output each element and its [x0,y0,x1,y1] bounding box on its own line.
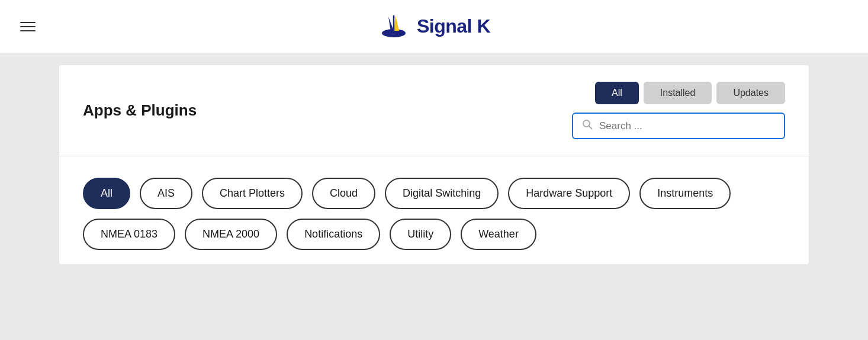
category-chip-hardware-support[interactable]: Hardware Support [508,178,630,209]
hamburger-button[interactable] [17,18,39,35]
page-title: Apps & Plugins [83,101,197,120]
filter-right: All Installed Updates [572,82,785,139]
tab-buttons: All Installed Updates [595,82,785,104]
hamburger-line-1 [20,22,36,23]
category-section: All AIS Chart Plotters Cloud Digital Swi… [59,156,809,264]
category-chip-notifications[interactable]: Notifications [287,219,380,250]
category-chip-weather[interactable]: Weather [461,219,536,250]
svg-line-3 [589,126,592,129]
category-chip-ais[interactable]: AIS [140,178,192,209]
category-chip-all[interactable]: All [83,178,130,209]
hamburger-line-3 [20,30,36,31]
main-content: Apps & Plugins All Installed Updates [0,53,868,276]
category-chip-chart-plotters[interactable]: Chart Plotters [202,178,303,209]
category-chip-utility[interactable]: Utility [390,219,451,250]
app-header: Signal K [0,0,868,53]
category-chip-nmea-2000[interactable]: NMEA 2000 [185,219,277,250]
search-icon [581,118,593,133]
hamburger-line-2 [20,26,36,27]
tab-installed[interactable]: Installed [644,82,712,104]
logo-icon [378,11,410,43]
logo-text: Signal K [417,15,490,37]
filter-bar: Apps & Plugins All Installed Updates [59,65,809,156]
category-chip-nmea-0183[interactable]: NMEA 0183 [83,219,175,250]
category-chip-instruments[interactable]: Instruments [639,178,731,209]
search-box [572,113,785,139]
search-input[interactable] [599,120,776,132]
content-card: Apps & Plugins All Installed Updates [59,65,809,264]
category-chip-digital-switching[interactable]: Digital Switching [385,178,499,209]
logo-area: Signal K [378,11,490,43]
tab-all[interactable]: All [595,82,639,104]
tab-updates[interactable]: Updates [716,82,785,104]
category-chip-cloud[interactable]: Cloud [312,178,375,209]
